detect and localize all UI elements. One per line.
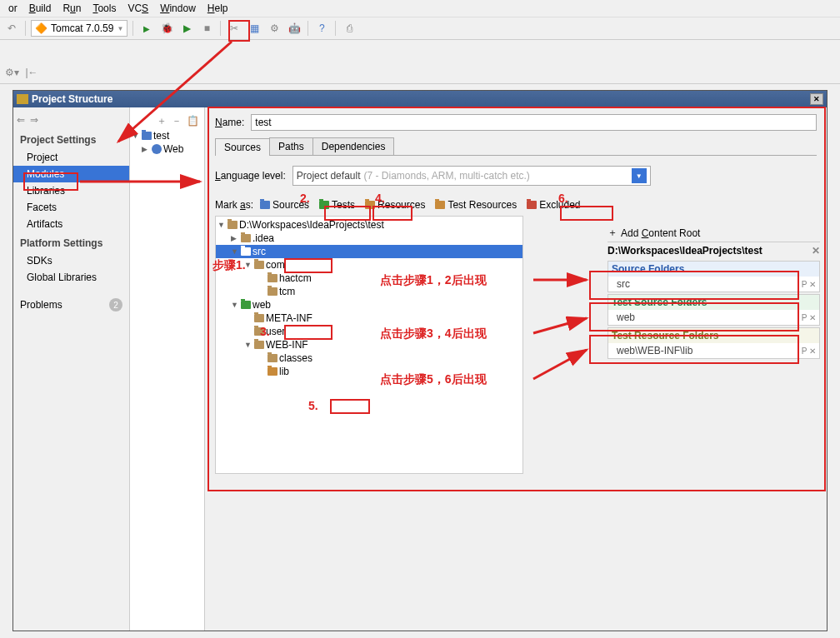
src-node-lib[interactable]: lib <box>216 365 522 378</box>
src-node-META-INF[interactable]: META-INF <box>216 312 522 325</box>
run-config-label: Tomcat 7.0.59 <box>51 22 113 34</box>
menu-run[interactable]: Run <box>58 1 86 16</box>
menubar: or Build Run Tools VCS Window Help <box>0 0 840 17</box>
coverage-icon[interactable]: ▶ <box>178 20 195 37</box>
mark-as-label: Mark as: <box>215 199 253 211</box>
add-content-root[interactable]: ＋ Add Content Root <box>608 224 820 242</box>
src-node-src[interactable]: ▼ src <box>216 245 522 258</box>
forward-icon[interactable]: ⇒ <box>30 114 38 126</box>
tab-dependencies[interactable]: Dependencies <box>312 137 395 155</box>
chevron-down-icon: ▼ <box>632 168 647 183</box>
add-icon[interactable]: ＋ <box>157 114 167 128</box>
src-node-hactcm[interactable]: hactcm <box>216 272 522 285</box>
mark-test-resources[interactable]: Test Resources <box>432 197 520 212</box>
src-node-web[interactable]: ▼ web <box>216 298 522 312</box>
collapse-icon[interactable]: |← <box>23 64 40 81</box>
back-icon[interactable]: ⇐ <box>17 114 25 126</box>
src-node-user[interactable]: user <box>216 325 522 338</box>
src-root[interactable]: ▼ D:\Workspaces\IdeaProjects\test <box>216 218 522 232</box>
help-icon[interactable]: ? <box>313 20 330 37</box>
main-toolbar: ↶ 🔶 Tomcat 7.0.59 ▼ ▶ 🐞 ▶ ■ ✂ ▦ ⚙ 🤖 ? ⎙ <box>0 17 840 40</box>
problems-badge: 2 <box>109 298 122 312</box>
nav-problems-label: Problems <box>20 299 62 311</box>
run-icon[interactable]: ▶ <box>138 20 155 37</box>
tree-root-label: test <box>153 130 169 142</box>
menu-build[interactable]: Build <box>24 1 57 16</box>
nav-global-libs[interactable]: Global Libraries <box>13 269 129 286</box>
nav-modules[interactable]: Modules <box>13 166 129 182</box>
mark-resources[interactable]: Resources <box>362 197 428 212</box>
mark-as-row: Mark as: Sources Tests Resources Test Re… <box>215 197 817 212</box>
mark-tests[interactable]: Tests <box>316 197 358 212</box>
nav-project[interactable]: Project <box>13 149 129 166</box>
nav-heading-project: Project Settings <box>13 129 129 149</box>
menu-window[interactable]: Window <box>155 1 201 16</box>
menu-help[interactable]: Help <box>202 1 233 16</box>
undo-tail-icon[interactable]: ↶ <box>3 20 20 37</box>
menu-tools[interactable]: Tools <box>88 1 121 16</box>
module-icon <box>142 132 152 140</box>
roots-panel: ＋ Add Content Root D:\Workspaces\IdeaPro… <box>608 224 820 359</box>
module-tree-panel: ＋ － 📋 ▼ test ▶ Web <box>130 107 205 631</box>
settings-icon[interactable]: ⚙ <box>266 20 282 37</box>
nav-facets[interactable]: Facets <box>13 199 129 216</box>
dialog-title-text: Project Structure <box>32 93 112 105</box>
copy-icon[interactable]: 📋 <box>187 115 199 127</box>
tree-root[interactable]: ▼ test <box>130 129 204 142</box>
lang-value: Project default <box>297 170 361 182</box>
tomcat-icon: 🔶 <box>35 22 48 34</box>
secondary-toolbar: ⚙▾ |← <box>0 61 840 84</box>
dialog-title-icon <box>17 94 28 104</box>
src-node-tcm[interactable]: tcm <box>216 285 522 298</box>
web-icon <box>152 144 162 154</box>
nav-toolbar: ⇐ ⇒ <box>13 111 129 129</box>
mark-excluded[interactable]: Excluded <box>523 197 583 212</box>
root-section-olive: Test Resource Foldersweb\WEB-INF\libP ✕ <box>608 327 820 359</box>
minus-icon[interactable]: － <box>172 114 182 128</box>
nav-panel: ⇐ ⇒ Project Settings Project Modules Lib… <box>13 107 130 631</box>
tabs: Sources Paths Dependencies <box>215 137 817 156</box>
lang-level-dropdown[interactable]: Project default (7 - Diamonds, ARM, mult… <box>292 166 651 186</box>
src-node-WEB-INF[interactable]: ▼ WEB-INF <box>216 338 522 351</box>
project-structure-dialog: Project Structure ✕ ⇐ ⇒ Project Settings… <box>12 90 828 631</box>
name-label: Name: <box>215 117 244 128</box>
name-input[interactable] <box>251 114 817 131</box>
nav-artifacts[interactable]: Artifacts <box>13 216 129 232</box>
nav-heading-platform: Platform Settings <box>13 232 129 252</box>
remove-root-icon[interactable]: ✕ <box>812 245 820 257</box>
tab-paths[interactable]: Paths <box>269 137 313 155</box>
content-panel: Name: Sources Paths Dependencies Languag… <box>205 107 827 631</box>
tab-sources[interactable]: Sources <box>215 138 270 156</box>
menu-vcs[interactable]: VCS <box>122 1 153 16</box>
src-node-classes[interactable]: classes <box>216 351 522 365</box>
android-icon[interactable]: 🤖 <box>286 20 302 37</box>
nav-libraries[interactable]: Libraries <box>13 182 129 199</box>
src-node-com[interactable]: ▼ com <box>216 258 522 272</box>
source-tree: ▼ D:\Workspaces\IdeaProjects\test ▶ .ide… <box>215 216 523 474</box>
dialog-titlebar: Project Structure ✕ <box>13 91 827 107</box>
db-icon[interactable]: ⎙ <box>341 20 358 37</box>
gear-icon[interactable]: ⚙▾ <box>3 64 20 81</box>
nav-sdks[interactable]: SDKs <box>13 252 129 269</box>
stop-icon[interactable]: ■ <box>198 20 215 37</box>
src-node-.idea[interactable]: ▶ .idea <box>216 232 522 245</box>
root-section-blue: Source FolderssrcP ✕ <box>608 261 820 292</box>
mark-sources[interactable]: Sources <box>257 197 312 212</box>
nav-problems[interactable]: Problems 2 <box>13 296 129 314</box>
tree-web[interactable]: ▶ Web <box>130 142 204 156</box>
run-config-dropdown[interactable]: 🔶 Tomcat 7.0.59 ▼ <box>31 20 128 37</box>
plus-icon: ＋ <box>608 226 618 240</box>
lang-label: Language level: <box>215 170 286 182</box>
project-structure-icon[interactable]: ▦ <box>246 20 262 37</box>
close-icon[interactable]: ✕ <box>810 93 823 105</box>
scissors-icon[interactable]: ✂ <box>226 20 242 37</box>
tree-web-label: Web <box>163 143 183 155</box>
debug-icon[interactable]: 🐞 <box>158 20 175 37</box>
lang-hint: (7 - Diamonds, ARM, multi-catch etc.) <box>363 170 529 182</box>
root-section-green: Test Source FolderswebP ✕ <box>608 294 820 326</box>
menu-or[interactable]: or <box>3 1 22 16</box>
content-root-path[interactable]: D:\Workspaces\IdeaProjects\test ✕ <box>608 242 820 259</box>
